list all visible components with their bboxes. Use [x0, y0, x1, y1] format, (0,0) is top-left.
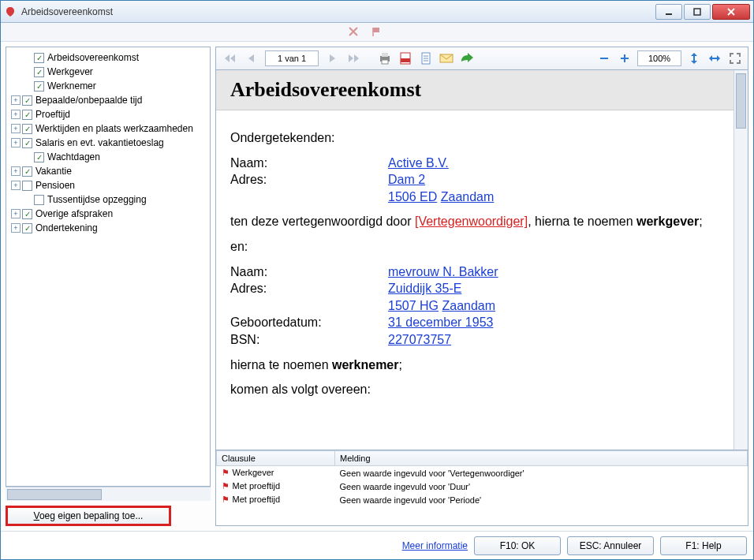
checkbox[interactable]	[22, 110, 32, 120]
flag-small-icon	[371, 26, 384, 39]
employee-postal-link[interactable]: 1507 HG	[388, 299, 439, 312]
rep-placeholder[interactable]: [Vertegenwoordiger]	[415, 215, 528, 228]
help-button[interactable]: F1: Help	[660, 536, 747, 555]
employer-name-link[interactable]: Active B.V.	[388, 155, 449, 172]
zoom-in-icon[interactable]	[617, 50, 633, 66]
expander-icon[interactable]: +	[11, 138, 21, 147]
tree-item[interactable]: Werknemer	[8, 79, 208, 93]
tree-item[interactable]: +Pensioen	[8, 178, 208, 192]
print-icon[interactable]	[377, 50, 393, 66]
after-emp-sentence: hierna te noemen werknemer;	[230, 357, 719, 374]
tree-item[interactable]: Wachtdagen	[8, 150, 208, 164]
checkbox[interactable]	[22, 138, 32, 148]
svg-rect-15	[382, 53, 388, 57]
employer-postal-link[interactable]: 1506 ED	[388, 190, 437, 203]
prev-page-button[interactable]	[243, 50, 260, 67]
tree-item-label: Vakantie	[35, 166, 72, 177]
tree-item[interactable]: +Ondertekening	[8, 221, 208, 235]
employer-city-link[interactable]: Zaandam	[441, 190, 495, 203]
expander-icon[interactable]: +	[11, 110, 21, 119]
expander-icon[interactable]: +	[11, 95, 21, 105]
next-page-button[interactable]	[323, 50, 341, 67]
checkbox[interactable]	[22, 223, 32, 233]
email-icon[interactable]	[439, 50, 454, 66]
checkbox[interactable]	[22, 124, 32, 134]
document-heading: Arbeidsovereenkomst	[230, 78, 719, 102]
employee-street-link[interactable]: Zuiddijk 35-E	[388, 280, 461, 297]
checkbox[interactable]	[22, 181, 32, 191]
zoom-out-icon[interactable]	[596, 50, 612, 66]
tree-view[interactable]: ArbeidsovereenkomstWerkgeverWerknemer+Be…	[6, 47, 211, 487]
document-view[interactable]: Arbeidsovereenkomst Ondergetekenden: Naa…	[216, 70, 733, 450]
minimize-button[interactable]	[655, 4, 682, 20]
close-button[interactable]	[712, 4, 750, 20]
cancel-button[interactable]: ESC: Annuleer	[567, 536, 654, 555]
rep-sentence: ten deze vertegenwoordigd door [Vertegen…	[230, 213, 719, 230]
checkbox[interactable]	[22, 209, 32, 219]
page-indicator[interactable]	[265, 50, 319, 66]
expander-icon[interactable]: +	[11, 181, 21, 190]
tree-item[interactable]: +Proeftijd	[8, 107, 208, 121]
message-row[interactable]: ⚑Met proeftijdGeen waarde ingevuld voor …	[217, 480, 748, 493]
checkbox[interactable]	[34, 152, 44, 162]
doc-subheading: Ondergetekenden:	[230, 129, 719, 147]
employee-name-link[interactable]: mevrouw N. Bakker	[388, 263, 498, 281]
employee-dob-link[interactable]: 31 december 1953	[388, 314, 493, 331]
tree-item[interactable]: Tussentijdse opzegging	[8, 192, 208, 207]
expander-icon[interactable]: +	[11, 166, 21, 176]
tree-item[interactable]: Werkgever	[8, 65, 208, 79]
employer-address-label: Adres:	[230, 171, 388, 189]
maximize-button[interactable]	[684, 4, 711, 20]
add-clause-button[interactable]: Voeg eigen bepaling toe...	[6, 506, 171, 526]
doc-toolbar	[215, 47, 748, 70]
tree-item[interactable]: +Bepaalde/onbepaalde tijd	[8, 93, 208, 107]
svg-marker-8	[225, 54, 230, 62]
checkbox[interactable]	[34, 195, 44, 205]
tree-item[interactable]: +Overige afspraken	[8, 207, 208, 221]
checkbox[interactable]	[22, 95, 32, 106]
employer-name-label: Naam:	[230, 155, 388, 172]
tree-item-label: Arbeidsovereenkomst	[47, 52, 139, 63]
document-v-scrollbar[interactable]	[733, 70, 748, 450]
titlebar: Arbeidsovereenkomst	[1, 1, 753, 23]
messages-col-clause[interactable]: Clausule	[217, 451, 335, 466]
checkbox[interactable]	[34, 81, 44, 91]
checkbox[interactable]	[34, 53, 44, 63]
expander-icon[interactable]: +	[11, 209, 21, 218]
svg-marker-12	[349, 54, 353, 62]
employee-bsn-link[interactable]: 227073757	[388, 331, 451, 349]
checkbox[interactable]	[22, 166, 32, 177]
employer-street-link[interactable]: Dam 2	[388, 171, 425, 189]
svg-rect-0	[666, 13, 672, 15]
fullscreen-icon[interactable]	[727, 50, 743, 66]
tree-item-label: Bepaalde/onbepaalde tijd	[35, 95, 142, 106]
message-row[interactable]: ⚑WerkgeverGeen waarde ingevuld voor 'Ver…	[217, 466, 748, 480]
pdf-icon[interactable]	[398, 50, 413, 66]
right-pane: Arbeidsovereenkomst Ondergetekenden: Naa…	[215, 47, 748, 526]
messages-panel: Clausule Melding ⚑WerkgeverGeen waarde i…	[215, 450, 748, 526]
messages-col-msg[interactable]: Melding	[335, 451, 748, 466]
expander-icon[interactable]: +	[11, 223, 21, 233]
tree-item[interactable]: +Werktijden en plaats werkzaamheden	[8, 121, 208, 136]
message-clause: Werkgever	[233, 468, 274, 477]
tree-item[interactable]: +Vakantie	[8, 164, 208, 178]
more-info-link[interactable]: Meer informatie	[402, 540, 468, 551]
tree-item[interactable]: Arbeidsovereenkomst	[8, 50, 208, 65]
checkbox[interactable]	[34, 67, 44, 77]
svg-rect-1	[694, 9, 700, 15]
employee-city-link[interactable]: Zaandam	[442, 299, 496, 312]
message-row[interactable]: ⚑Met proeftijdGeen waarde ingevuld voor …	[217, 493, 748, 506]
message-clause: Met proeftijd	[233, 481, 281, 491]
ok-button[interactable]: F10: OK	[474, 536, 561, 555]
fit-height-icon[interactable]	[686, 50, 702, 66]
app-window: Arbeidsovereenkomst ArbeidsovereenkomstW…	[0, 0, 754, 560]
tree-item[interactable]: +Salaris en evt. vakantietoeslag	[8, 136, 208, 150]
document-icon[interactable]	[418, 50, 434, 66]
first-page-button[interactable]	[221, 50, 238, 67]
fit-width-icon[interactable]	[707, 50, 722, 66]
forward-icon[interactable]	[459, 50, 475, 66]
zoom-input[interactable]	[637, 50, 681, 66]
last-page-button[interactable]	[345, 50, 363, 67]
tree-h-scrollbar[interactable]	[6, 487, 211, 501]
expander-icon[interactable]: +	[11, 124, 21, 133]
